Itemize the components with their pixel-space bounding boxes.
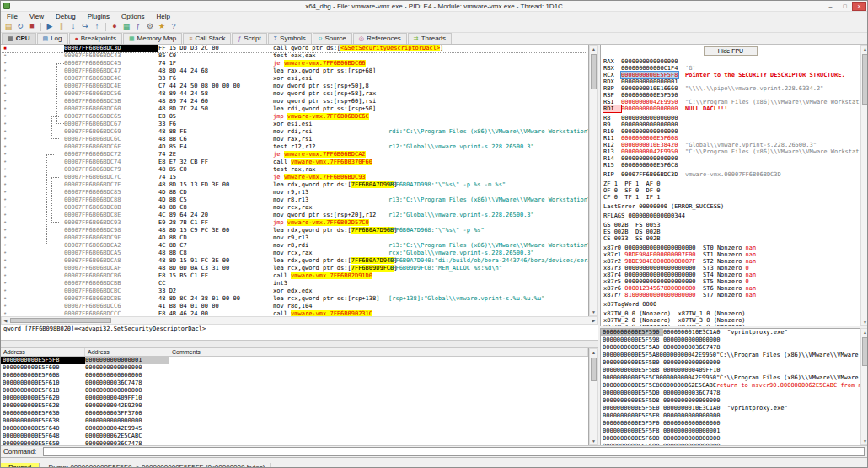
tab-call-stack[interactable]: ≡Call Stack (183, 33, 231, 44)
scroll-thumb[interactable] (10, 318, 111, 323)
command-input[interactable] (43, 447, 865, 456)
dump-row[interactable]: 0000000000E5F61000000000036C7478 (1, 379, 588, 387)
disasm-row[interactable]: •00007FF6B06BDC93E9 28 7B C1 FFjmp vmwar… (1, 219, 588, 227)
stack-row[interactable]: 0000000000E5F5900000000010E3C1A0"vprintp… (601, 329, 860, 336)
script-icon[interactable]: ƒ (132, 21, 144, 32)
minimize-button[interactable]: – (823, 2, 838, 11)
disasm-row[interactable]: •00007FF6B06BDC7C74 15je vmware-vmx.7FF6… (1, 174, 588, 181)
disasm-row[interactable]: •00007FF6B06BDCBBCCint3 (1, 280, 588, 288)
menu-item-options[interactable]: Options (115, 12, 151, 21)
register-line[interactable]: ZF 1 PF 1 AF 0 (601, 180, 860, 187)
register-line[interactable]: GS 002B FS 0053 (601, 222, 860, 229)
dump-scrollbar[interactable] (589, 348, 598, 445)
dump-row[interactable]: 0000000000E5F6180000000000000000 (1, 387, 588, 395)
tab-source[interactable]: ‹›Source (313, 33, 352, 44)
stack-row[interactable]: 0000000000E5F5C80000000062E5CABCreturn t… (601, 382, 860, 390)
disasm-row[interactable]: •00007FF6B06BDC8B48 8B C8mov rcx,rax (1, 204, 588, 212)
disasm-row[interactable]: •00007FF6B06BDCA548 8B C8mov rcx,raxrcx:… (1, 250, 588, 257)
disasm-scrollbar[interactable] (589, 45, 598, 316)
scroll-thumb[interactable] (591, 358, 597, 381)
register-line[interactable]: x87r6 00001234567800000000 ST6 Nonzero n… (601, 285, 860, 292)
scroll-up-icon[interactable] (590, 46, 597, 52)
scroll-thumb[interactable] (862, 337, 868, 366)
disasm-row[interactable]: ▪00007FF6B06BDC3DFF 15 DD D3 2C 00call q… (1, 45, 588, 52)
disasm-row[interactable]: •00007FF6B06BDCB6E8 15 B5 C1 FFcall vmwa… (1, 272, 588, 280)
register-line[interactable]: x87TW_0 0 (Nonzero) x87TW_1 0 (Nonzero) (601, 310, 860, 317)
register-line[interactable]: RIP 00007FF6B06BDC3D vmware-vmx.00007FF6… (601, 171, 860, 178)
menu-item-plugins[interactable]: Plugins (82, 12, 115, 21)
register-line[interactable]: RCX 0000000000E5F5F8 Pointer to the SECU… (601, 72, 860, 78)
register-line[interactable]: R11 0000000000E5F608 (601, 135, 860, 142)
step-out-icon[interactable]: ↑ (91, 21, 103, 32)
disasm-row[interactable]: •00007FF6B06BDC4385 C0test eax,eax (1, 52, 588, 60)
disasm-row[interactable]: •00007FF6B06BDC4EC7 44 24 50 08 00 00 00… (1, 83, 588, 90)
disasm-row[interactable]: •00007FF6B06BDC4C33 F6xor esi,esi (1, 75, 588, 83)
disasm-row[interactable]: •00007FF6B06BDC7E48 8D 15 13 FD 3E 00lea… (1, 181, 588, 189)
dump-row[interactable]: 0000000000E5F5F80000000000000001 (1, 357, 588, 364)
stack-scrollbar[interactable] (860, 328, 868, 445)
register-line[interactable]: x87r1 9BDE984E000000007F00 ST1 Nonzero n… (601, 251, 860, 258)
register-line[interactable]: RDX 0000000000000001 (601, 78, 860, 85)
dump-column-header[interactable]: Address (85, 348, 169, 356)
stack-row[interactable]: 0000000000E5F5F80000000000000001 (601, 428, 860, 435)
register-line[interactable]: R8 0000000000000000 (601, 115, 860, 121)
disasm-row[interactable]: •00007FF6B06BDCBE48 8D 8C 24 38 01 00 00… (1, 295, 588, 303)
disasm-hscrollbar[interactable] (1, 316, 598, 325)
tab-cpu[interactable]: ▦CPU (2, 33, 36, 44)
register-line[interactable]: RBX 000000000000C1F4 'G' (601, 65, 860, 72)
stack-row[interactable]: 0000000000E5F5E00000000010E3C1A0"vprintp… (601, 405, 860, 412)
dump-row[interactable]: 0000000000E5F6080000000000000000 (1, 372, 588, 379)
register-line[interactable]: x87r0 00000000000000000000 ST0 Nonzero n… (601, 245, 860, 251)
disasm-row[interactable]: •00007FF6B06BDC9F4D 8B CDmov r9,r13 (1, 234, 588, 242)
stack-row[interactable]: 0000000000E5F5A800000000042E9950"C:\\Pro… (601, 352, 860, 359)
disasm-row[interactable]: •00007FF6B06BDC6733 F6xor esi,esi (1, 121, 588, 128)
tab-threads[interactable]: ⇉Threads (408, 33, 452, 44)
scroll-down-icon[interactable] (590, 438, 597, 444)
register-line[interactable]: RBP 0000000010E16660 "\\\\.\\pipe\\vmwar… (601, 85, 860, 92)
tab-references[interactable]: ◎References (353, 33, 407, 44)
scroll-up-icon[interactable] (861, 329, 868, 336)
scroll-thumb[interactable] (862, 54, 868, 105)
stack-row[interactable]: 0000000000E5F5A000000000036C7478 (601, 344, 860, 352)
stack-row[interactable]: 0000000000E5F5980000000000000000 (601, 336, 860, 344)
stack-view[interactable]: 0000000000E5F5900000000010E3C1A0"vprintp… (600, 328, 860, 445)
disasm-row[interactable]: •00007FF6B06BDCA848 8D 15 91 FC 3E 00lea… (1, 257, 588, 265)
titlebar[interactable]: x64_dbg - File: vmware-vmx.exe - PID: E4… (1, 1, 867, 12)
dump-column-header[interactable]: Address (1, 348, 85, 356)
menu-item-debug[interactable]: Debug (50, 12, 82, 21)
register-line[interactable]: R10 0000000000000000 (601, 128, 860, 135)
disasm-row[interactable]: •00007FF6B06BDC6C48 8B C6mov rax,rsi (1, 136, 588, 143)
scroll-down-icon[interactable] (861, 319, 868, 325)
disasm-row[interactable]: •00007FF6B06BDC65EB 05jmp vmware-vmx.7FF… (1, 113, 588, 121)
register-line[interactable]: x87TW_4 0 (Nonzero) x87TW_5 0 (Nonzero) (601, 324, 860, 326)
scroll-left-icon[interactable] (2, 317, 9, 324)
register-line[interactable]: CF 0 TF 1 IF 1 (601, 194, 860, 201)
scroll-down-icon[interactable] (590, 309, 597, 315)
scroll-up-icon[interactable] (861, 46, 868, 52)
register-line[interactable]: R12 0000000010E38420 "Global\\vmware.vpr… (601, 142, 860, 148)
registers-panel[interactable]: Hide FPU RAX 0000000000000000RBX 0000000… (600, 45, 860, 326)
disasm-row[interactable]: •00007FF6B06BDC6F4D 85 E4test r12,r12r12… (1, 143, 588, 151)
register-line[interactable]: x87r5 00000000000000000000 ST5 Nonzero 0 (601, 278, 860, 285)
menu-item-view[interactable]: View (24, 12, 50, 21)
dump-row[interactable]: 0000000000E5F6480000000062E5CABC (1, 433, 588, 440)
register-line[interactable]: R9 0000000000000000 (601, 121, 860, 128)
register-line[interactable]: x87r4 00000000000000000000 ST4 Nonzero n… (601, 272, 860, 278)
register-line[interactable]: R13 00000000042E9950 "C:\\Program Files … (601, 148, 860, 155)
stack-row[interactable]: 0000000000E5F5C000000000042E9950"C:\\Pro… (601, 374, 860, 382)
tab-log[interactable]: ▤Log (37, 33, 68, 44)
scroll-thumb[interactable] (591, 54, 597, 89)
disasm-row[interactable]: •00007FF6B06BDC7948 85 C0test rax,rax (1, 166, 588, 174)
disasm-row[interactable]: •00007FF6B06BDCCCE8 4B 46 24 00call vmwa… (1, 310, 588, 316)
dump-row[interactable]: 0000000000E5F6380000000000000000 (1, 417, 588, 425)
memory-icon[interactable]: ▦ (121, 21, 132, 32)
register-line[interactable]: R14 0000000000000000 (601, 155, 860, 162)
register-line[interactable]: x87r7 81000000000000000000 ST7 Nonzero n… (601, 292, 860, 299)
register-line[interactable]: R15 0000000000E5F6C8 (601, 162, 860, 169)
stack-row[interactable]: 0000000000E5F5B00000000000000000 (601, 359, 860, 367)
register-line[interactable]: ES 002B DS 002B (601, 229, 860, 235)
stack-row[interactable]: 0000000000E5F5E80000000000000000 (601, 412, 860, 420)
dump-row[interactable]: 0000000000E5F620000000000409FF10 (1, 395, 588, 402)
disasm-row[interactable]: •00007FF6B06BDC854D 8B CDmov r9,r13 (1, 189, 588, 196)
close-button[interactable]: × (852, 2, 866, 11)
